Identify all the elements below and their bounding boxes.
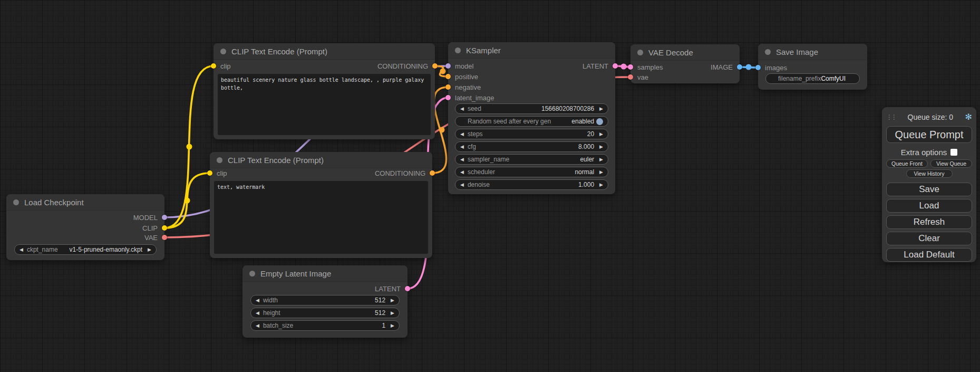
increment-arrow-icon[interactable]: ▶ (391, 298, 394, 303)
node-load-checkpoint[interactable]: Load Checkpoint MODEL CLIP VAE ◀ ckpt_na… (6, 194, 164, 260)
widget-sampler-name[interactable]: ◀ sampler_name euler ▶ (455, 154, 608, 165)
refresh-button[interactable]: Refresh (886, 215, 972, 229)
decrement-arrow-icon[interactable]: ◀ (460, 183, 464, 187)
port-dot-icon[interactable] (445, 84, 451, 90)
node-collapse-dot-icon[interactable] (13, 199, 19, 205)
decrement-arrow-icon[interactable]: ◀ (460, 157, 464, 162)
input-port-negative[interactable]: negative (445, 82, 481, 92)
widget-random-seed-toggle[interactable]: Random seed after every gen enabled (455, 116, 608, 127)
widget-batch-size[interactable]: ◀ batch_size 1 ▶ (250, 320, 400, 331)
node-ksampler[interactable]: KSampler model positive negative latent_… (448, 42, 615, 194)
increment-arrow-icon[interactable]: ▶ (599, 157, 603, 162)
widget-cfg[interactable]: ◀ cfg 8.000 ▶ (455, 141, 608, 152)
port-dot-icon[interactable] (405, 286, 410, 291)
widget-scheduler[interactable]: ◀ scheduler normal ▶ (455, 167, 608, 177)
decrement-arrow-icon[interactable]: ◀ (460, 107, 464, 111)
widget-height[interactable]: ◀ height 512 ▶ (250, 308, 400, 318)
input-port-images[interactable]: images (755, 63, 787, 72)
toggle-icon[interactable] (596, 118, 603, 125)
widget-steps[interactable]: ◀ steps 20 ▶ (455, 129, 608, 139)
node-title-bar[interactable]: VAE Decode (630, 44, 740, 61)
save-button[interactable]: Save (886, 183, 972, 196)
port-dot-icon[interactable] (445, 95, 451, 100)
decrement-arrow-icon[interactable]: ◀ (460, 170, 464, 175)
input-port-positive[interactable]: positive (445, 72, 478, 81)
widget-seed[interactable]: ◀ seed 156680208700286 ▶ (455, 103, 608, 114)
increment-arrow-icon[interactable]: ▶ (599, 170, 603, 175)
prompt-textarea[interactable]: text, watermark (214, 181, 428, 254)
node-vae-decode[interactable]: VAE Decode samples vae IMAGE (630, 44, 740, 83)
port-dot-icon[interactable] (162, 235, 167, 240)
output-port-vae[interactable]: VAE (144, 233, 167, 242)
port-dot-icon[interactable] (162, 215, 167, 220)
node-title-bar[interactable]: CLIP Text Encode (Prompt) (214, 43, 435, 60)
decrement-arrow-icon[interactable]: ◀ (20, 247, 23, 252)
output-port-latent[interactable]: LATENT (583, 61, 618, 71)
node-collapse-dot-icon[interactable] (249, 271, 255, 276)
drag-handle-icon[interactable]: ⋮⋮ (886, 113, 896, 121)
decrement-arrow-icon[interactable]: ◀ (256, 298, 259, 303)
extra-options-checkbox[interactable] (950, 149, 957, 156)
port-dot-icon[interactable] (162, 225, 167, 231)
node-collapse-dot-icon[interactable] (455, 47, 461, 53)
node-collapse-dot-icon[interactable] (637, 50, 643, 55)
load-default-button[interactable]: Load Default (886, 248, 972, 262)
settings-gear-icon[interactable]: ✻ (965, 113, 972, 121)
port-dot-icon[interactable] (445, 63, 451, 69)
port-dot-icon[interactable] (430, 170, 435, 176)
increment-arrow-icon[interactable]: ▶ (599, 132, 603, 137)
node-empty-latent-image[interactable]: Empty Latent Image LATENT ◀ width 512 ▶ … (242, 265, 407, 338)
decrement-arrow-icon[interactable]: ◀ (460, 132, 464, 137)
output-port-image[interactable]: IMAGE (711, 62, 742, 72)
port-dot-icon[interactable] (445, 74, 451, 79)
view-history-button[interactable]: View History (906, 169, 953, 178)
increment-arrow-icon[interactable]: ▶ (599, 145, 603, 149)
node-title-bar[interactable]: Load Checkpoint (6, 194, 164, 211)
node-clip-text-encode-negative[interactable]: CLIP Text Encode (Prompt) clip CONDITION… (210, 152, 432, 258)
node-title-bar[interactable]: Empty Latent Image (242, 265, 407, 282)
node-clip-text-encode-positive[interactable]: CLIP Text Encode (Prompt) clip CONDITION… (214, 43, 435, 139)
input-port-vae[interactable]: vae (628, 72, 648, 82)
input-port-latent-image[interactable]: latent_image (445, 93, 494, 102)
port-dot-icon[interactable] (211, 63, 216, 69)
input-port-clip[interactable]: clip (207, 168, 227, 178)
node-title-bar[interactable]: KSampler (448, 42, 615, 59)
output-port-latent[interactable]: LATENT (375, 284, 410, 293)
port-dot-icon[interactable] (432, 63, 438, 69)
prompt-textarea[interactable]: beautiful scenery nature glass bottle la… (218, 74, 431, 135)
decrement-arrow-icon[interactable]: ◀ (256, 311, 259, 316)
queue-prompt-button[interactable]: Queue Prompt (886, 126, 972, 143)
increment-arrow-icon[interactable]: ▶ (148, 247, 151, 252)
widget-ckpt-name[interactable]: ◀ ckpt_name v1-5-pruned-emaonly.ckpt ▶ (14, 244, 157, 255)
node-title-bar[interactable]: CLIP Text Encode (Prompt) (210, 152, 432, 168)
node-title-bar[interactable]: Save Image (758, 44, 867, 60)
queue-front-button[interactable]: Queue Front (886, 159, 928, 168)
increment-arrow-icon[interactable]: ▶ (391, 311, 394, 316)
output-port-conditioning[interactable]: CONDITIONING (375, 168, 435, 178)
increment-arrow-icon[interactable]: ▶ (599, 107, 603, 111)
port-dot-icon[interactable] (628, 64, 633, 70)
port-dot-icon[interactable] (755, 65, 761, 70)
input-port-model[interactable]: model (445, 61, 473, 71)
port-dot-icon[interactable] (613, 63, 618, 69)
input-port-samples[interactable]: samples (628, 62, 663, 72)
port-dot-icon[interactable] (628, 74, 633, 80)
widget-filename-prefix[interactable]: filename_prefix ComfyUI (765, 73, 860, 84)
node-save-image[interactable]: Save Image images filename_prefix ComfyU… (758, 44, 867, 90)
node-collapse-dot-icon[interactable] (765, 49, 771, 55)
increment-arrow-icon[interactable]: ▶ (599, 183, 603, 187)
clear-button[interactable]: Clear (886, 232, 972, 245)
node-collapse-dot-icon[interactable] (220, 49, 226, 54)
widget-denoise[interactable]: ◀ denoise 1.000 ▶ (455, 179, 608, 190)
decrement-arrow-icon[interactable]: ◀ (256, 323, 259, 328)
decrement-arrow-icon[interactable]: ◀ (460, 145, 464, 149)
output-port-clip[interactable]: CLIP (142, 223, 167, 233)
view-queue-button[interactable]: View Queue (930, 159, 972, 168)
output-port-model[interactable]: MODEL (133, 213, 167, 222)
port-dot-icon[interactable] (737, 64, 742, 70)
input-port-clip[interactable]: clip (211, 61, 231, 71)
node-collapse-dot-icon[interactable] (217, 157, 222, 163)
output-port-conditioning[interactable]: CONDITIONING (377, 61, 438, 71)
port-dot-icon[interactable] (207, 170, 212, 176)
load-button[interactable]: Load (886, 199, 972, 213)
